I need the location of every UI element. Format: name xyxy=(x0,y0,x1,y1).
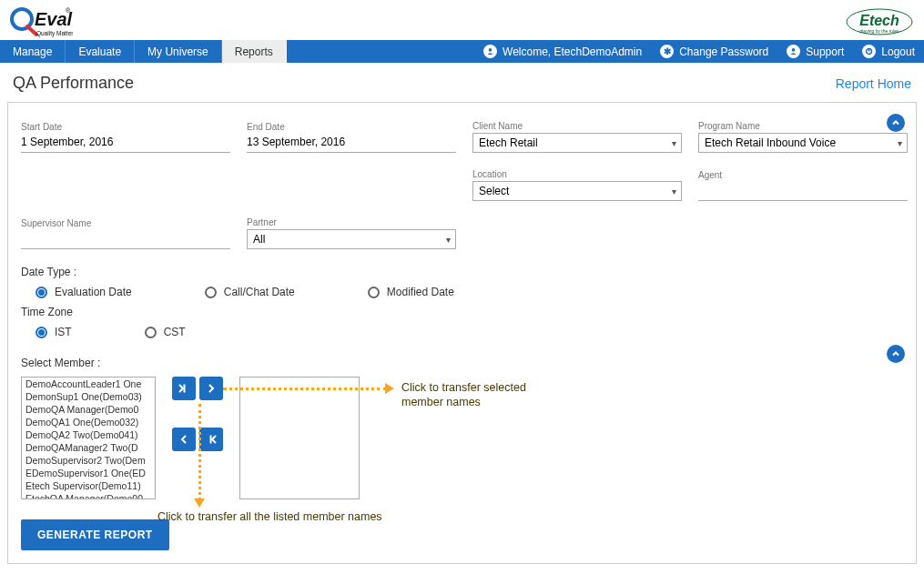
list-item[interactable]: DemoQA Manager(Demo0 xyxy=(22,403,155,416)
list-item[interactable]: DemoQA2 Two(Demo041) xyxy=(22,428,155,441)
transfer-buttons xyxy=(172,377,223,451)
annotation-transfer-selected: Click to transfer selected member names xyxy=(401,380,556,410)
welcome-text: Welcome, EtechDemoAdmin xyxy=(503,45,642,58)
member-transfer: DemoAccountLeader1 OneDemonSup1 One(Demo… xyxy=(21,377,903,499)
svg-text:playing by the rules: playing by the rules xyxy=(859,28,899,34)
move-right-button[interactable] xyxy=(199,377,223,400)
client-name-select[interactable] xyxy=(472,133,682,153)
logout-icon xyxy=(862,45,876,58)
generate-report-button[interactable]: GENERATE REPORT xyxy=(21,519,169,550)
list-item[interactable]: DemoQAManager2 Two(D xyxy=(22,441,155,454)
supervisor-input[interactable] xyxy=(21,230,230,249)
list-item[interactable]: DemonSup1 One(Demo03) xyxy=(22,390,155,403)
svg-text:Etech: Etech xyxy=(859,13,899,28)
header-logos: Eval Quality Matters ® Etech playing by … xyxy=(0,0,924,40)
svg-point-8 xyxy=(792,48,796,52)
radio-cst[interactable]: CST xyxy=(145,326,186,338)
agent-field: Agent xyxy=(698,170,908,201)
nav-manage[interactable]: Manage xyxy=(0,40,66,63)
nav-logout[interactable]: Logout xyxy=(853,40,924,63)
date-type-radios: Evaluation Date Call/Chat Date Modified … xyxy=(21,286,903,298)
page-title-row: QA Performance Report Home xyxy=(0,63,924,102)
program-name-field: Program Name xyxy=(698,121,908,153)
nav-my-universe[interactable]: My Universe xyxy=(135,40,222,63)
nav-support[interactable]: Support xyxy=(777,40,853,63)
annotation-transfer-all: Click to transfer all the listed member … xyxy=(157,509,440,524)
support-icon xyxy=(787,45,800,58)
start-date-input[interactable] xyxy=(21,134,230,153)
radio-ist[interactable]: IST xyxy=(36,326,72,338)
nav-welcome: Welcome, EtechDemoAdmin xyxy=(474,40,651,63)
location-field: Location xyxy=(472,169,682,201)
radio-modified-date[interactable]: Modified Date xyxy=(368,286,454,298)
radio-evaluation-date[interactable]: Evaluation Date xyxy=(36,286,132,298)
move-all-right-button[interactable] xyxy=(172,377,196,400)
select-member-label: Select Member : xyxy=(21,357,903,369)
agent-input[interactable] xyxy=(698,182,908,201)
supervisor-field: Supervisor Name xyxy=(21,218,230,249)
move-left-button[interactable] xyxy=(172,428,196,451)
logo-qeval: Eval Quality Matters ® xyxy=(9,4,73,38)
time-zone-radios: IST CST xyxy=(21,326,903,338)
user-icon xyxy=(483,45,497,58)
partner-select[interactable] xyxy=(247,229,456,249)
list-item[interactable]: Etech Supervisor(Demo11) xyxy=(22,479,155,492)
svg-point-7 xyxy=(489,48,492,52)
end-date-input[interactable] xyxy=(247,134,456,153)
list-item[interactable]: EDemoSupervisor1 One(ED xyxy=(22,467,155,479)
gear-icon: ✱ xyxy=(660,45,674,58)
radio-call-chat-date[interactable]: Call/Chat Date xyxy=(205,286,295,298)
selected-members-listbox[interactable] xyxy=(239,377,360,499)
list-item[interactable]: DemoAccountLeader1 One xyxy=(22,378,155,390)
start-date-field: Start Date xyxy=(21,122,230,153)
list-item[interactable]: DemoQA1 One(Demo032) xyxy=(22,416,155,428)
logo-etech: Etech playing by the rules xyxy=(844,5,915,38)
partner-field: Partner xyxy=(247,217,456,249)
end-date-field: End Date xyxy=(247,122,456,153)
location-select[interactable] xyxy=(472,181,682,201)
nav-evaluate[interactable]: Evaluate xyxy=(66,40,135,63)
move-all-left-button[interactable] xyxy=(199,428,223,451)
collapse-toggle-mid[interactable] xyxy=(887,345,905,363)
report-panel: Start Date End Date Client Name Program … xyxy=(7,102,917,564)
program-name-select[interactable] xyxy=(698,133,908,153)
available-members-listbox[interactable]: DemoAccountLeader1 OneDemonSup1 One(Demo… xyxy=(21,377,156,499)
main-nav: Manage Evaluate My Universe Reports Welc… xyxy=(0,40,924,63)
client-name-field: Client Name xyxy=(472,121,682,153)
date-type-label: Date Type : xyxy=(21,266,903,278)
svg-text:Quality Matters: Quality Matters xyxy=(36,30,73,37)
svg-text:®: ® xyxy=(66,7,71,14)
nav-change-password[interactable]: ✱ Change Password xyxy=(651,40,777,63)
page-title: QA Performance xyxy=(13,74,134,93)
nav-reports[interactable]: Reports xyxy=(222,40,287,63)
report-home-link[interactable]: Report Home xyxy=(836,76,911,91)
time-zone-label: Time Zone xyxy=(21,306,903,318)
list-item[interactable]: EtechQA Manager(Demo00 xyxy=(22,492,155,499)
list-item[interactable]: DemoSupervisor2 Two(Dem xyxy=(22,454,155,467)
